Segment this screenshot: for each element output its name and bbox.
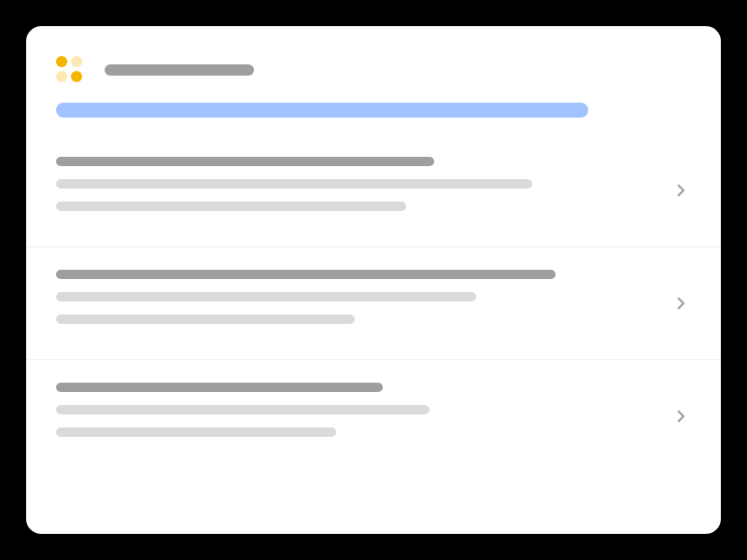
item-subtitle	[56, 292, 476, 301]
list-item[interactable]	[26, 134, 721, 246]
chevron-right-icon	[672, 182, 689, 199]
list-item[interactable]	[26, 359, 721, 472]
item-subtitle	[56, 179, 532, 189]
item-subtitle	[56, 405, 430, 414]
chevron-right-icon	[672, 295, 689, 312]
highlight-banner	[56, 103, 588, 118]
item-subtitle	[56, 315, 355, 324]
item-title	[56, 157, 434, 166]
item-title	[56, 270, 556, 279]
header	[26, 26, 721, 103]
content-card	[26, 26, 721, 534]
list-item[interactable]	[26, 246, 721, 359]
item-subtitle	[56, 427, 336, 437]
chevron-right-icon	[672, 408, 689, 425]
result-list	[26, 134, 721, 472]
four-dot-logo-icon	[56, 56, 84, 84]
item-title	[56, 383, 383, 392]
header-title	[105, 64, 254, 76]
item-subtitle	[56, 202, 406, 211]
